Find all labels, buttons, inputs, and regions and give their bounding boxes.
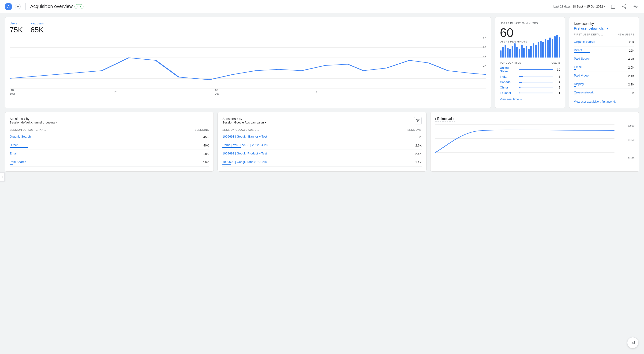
- country-value: 4: [555, 80, 560, 84]
- mini-bar-segment: [552, 39, 553, 58]
- sessions-channel-subtitle-chevron-icon[interactable]: ▾: [56, 121, 57, 124]
- channel-bar: [574, 86, 576, 87]
- channels-dropdown[interactable]: First user default ch...: [574, 27, 606, 30]
- mini-bar-segment: [554, 36, 556, 58]
- view-acquisition-link[interactable]: View user acquisition: first user d... →: [574, 100, 634, 103]
- svg-line-8: [624, 6, 625, 6]
- channel-name[interactable]: Cross-network: [574, 91, 594, 94]
- channel-row: Email 2.6K: [574, 63, 634, 72]
- view-realtime-link[interactable]: View real time →: [500, 97, 560, 101]
- channel-value: 2.1K: [628, 83, 634, 86]
- date-range-value: 18 Sept – 15 Oct 2022: [572, 5, 603, 8]
- country-bar-wrap: [519, 69, 553, 70]
- channels-table-header: FIRST USER DEFAU... NEW USERS: [574, 31, 634, 38]
- country-name[interactable]: China: [500, 86, 517, 89]
- country-row: India 5: [500, 75, 560, 78]
- realtime-number: 60: [500, 27, 560, 39]
- channel-name[interactable]: Paid Search: [574, 57, 590, 60]
- mini-bar-segment: [502, 47, 504, 58]
- mini-bar-segment: [528, 49, 530, 58]
- header: A + Acquisition overview ✓ ▾ Last 28 day…: [0, 0, 644, 13]
- status-dropdown-icon: ▾: [80, 5, 81, 8]
- channel-bar: [574, 52, 590, 53]
- channel-name[interactable]: Organic Search: [574, 40, 595, 43]
- insights-icon[interactable]: [632, 3, 639, 10]
- session-ads-name[interactable]: 1009693 | Googl...rand (US/Cali): [222, 160, 267, 164]
- channel-name[interactable]: Direct: [574, 48, 590, 52]
- session-channel-bar: [10, 164, 13, 164]
- date-range-prefix: Last 28 days: [553, 5, 571, 8]
- sessions-channel-by: by: [26, 117, 30, 121]
- sessions-channel-subtitle-text: Session default channel grouping: [10, 121, 54, 124]
- y-label-4k: 4K: [483, 55, 486, 58]
- country-row: Canada 4: [500, 80, 560, 84]
- country-bar: [519, 82, 522, 83]
- mini-bar-segment: [559, 37, 560, 58]
- country-name[interactable]: United States: [500, 66, 517, 73]
- channel-row: Cross-network 2K: [574, 89, 634, 97]
- lifetime-y-label-150: $1.50: [628, 138, 634, 141]
- session-ads-value: 3K: [418, 135, 422, 139]
- session-channel-value: 45K: [204, 135, 209, 139]
- session-ads-name[interactable]: 1009693 | Googl... Banner ~ Test: [222, 135, 267, 138]
- share-icon[interactable]: [620, 3, 628, 10]
- country-bar-wrap: [519, 87, 553, 88]
- countries-col1-header: TOP COUNTRIES: [500, 61, 521, 64]
- users-value: 75K: [10, 26, 23, 34]
- sessions-ads-dropdown-icon[interactable]: ▾: [237, 118, 238, 120]
- session-ads-name-cell: 1009693 | Googl...Product ~ Test: [222, 152, 267, 156]
- channel-name[interactable]: Email: [574, 65, 582, 69]
- channel-bar: [574, 61, 578, 61]
- sessions-ads-title-text: Sessions: [222, 117, 236, 121]
- users-label: Users: [10, 22, 23, 25]
- x-label-25: 25: [114, 91, 117, 93]
- session-ads-bar: [222, 147, 241, 148]
- calendar-icon[interactable]: [609, 3, 617, 10]
- session-channel-name[interactable]: Organic Search: [10, 135, 31, 138]
- x-label-18sept: 18Sept: [10, 89, 15, 95]
- mini-bar-segment: [514, 43, 516, 58]
- session-ads-name[interactable]: Demo | YouTube...S | 2022-04-28: [222, 143, 268, 147]
- channel-name[interactable]: Display: [574, 82, 584, 86]
- session-ads-name[interactable]: 1009693 | Googl...Product ~ Test: [222, 152, 267, 155]
- channels-card: New users by First user default ch... ▾ …: [569, 17, 639, 108]
- channel-name[interactable]: Paid Video: [574, 74, 589, 77]
- country-value: 1: [555, 91, 560, 95]
- channel-name-cell: Organic Search: [574, 40, 595, 44]
- x-label-02oct: 02Oct: [215, 89, 219, 95]
- mini-bar-segment: [523, 48, 525, 58]
- channels-col1-header: FIRST USER DEFAU...: [574, 33, 603, 36]
- country-row: Ecuador 1: [500, 91, 560, 95]
- add-account-button[interactable]: +: [15, 4, 20, 10]
- session-ads-bar: [222, 139, 244, 139]
- mini-bar-segment: [549, 38, 551, 58]
- channel-row: Paid Video 2.4K: [574, 72, 634, 80]
- status-badge[interactable]: ✓ ▾: [74, 4, 84, 9]
- channels-dropdown-chevron-icon[interactable]: ▾: [606, 27, 608, 30]
- channel-row: Organic Search 26K: [574, 38, 634, 47]
- avatar[interactable]: A: [5, 3, 12, 10]
- sessions-ads-subtitle-chevron-icon[interactable]: ▾: [265, 121, 266, 124]
- filter-button[interactable]: [414, 117, 422, 124]
- country-name[interactable]: Ecuador: [500, 91, 517, 95]
- country-bar: [519, 92, 520, 93]
- sessions-channel-dropdown-icon[interactable]: ▾: [24, 118, 25, 120]
- table-row: Email 9.8K: [10, 150, 209, 158]
- session-channel-name[interactable]: Paid Search: [10, 160, 26, 164]
- sessions-channel-card: Sessions ▾ by Session default channel gr…: [5, 112, 214, 171]
- country-bar-wrap: [519, 92, 553, 93]
- channel-name-cell: Display: [574, 82, 584, 87]
- table-row: Paid Search 5.9K: [10, 158, 209, 167]
- date-range-selector[interactable]: Last 28 days 18 Sept – 15 Oct 2022 ▾: [553, 5, 606, 8]
- session-channel-name-cell: Email: [10, 152, 17, 156]
- sessions-ads-by: by: [239, 117, 242, 121]
- country-name[interactable]: India: [500, 75, 517, 78]
- country-name[interactable]: Canada: [500, 80, 517, 84]
- session-channel-name[interactable]: Direct: [10, 143, 28, 147]
- main-content: Users 75K New users 65K: [0, 13, 644, 179]
- session-channel-name[interactable]: Email: [10, 152, 17, 155]
- table-row: 1009693 | Googl... Banner ~ Test 3K: [222, 133, 422, 141]
- table-row: 1009693 | Googl...rand (US/Cali) 1.2K: [222, 158, 422, 167]
- nav-arrow-button[interactable]: [0, 172, 5, 179]
- channel-name-cell: Cross-network: [574, 91, 594, 95]
